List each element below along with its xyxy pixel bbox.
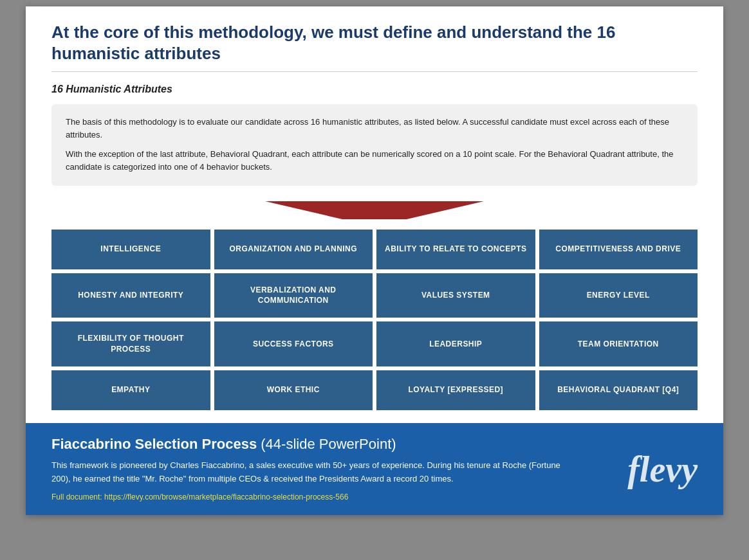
footer-bar: Fiaccabrino Selection Process (44-slide … bbox=[26, 423, 723, 516]
footer-title: Fiaccabrino Selection Process (44-slide … bbox=[51, 436, 615, 453]
attribute-cell-2: ABILITY TO RELATE TO CONCEPTS bbox=[376, 230, 535, 269]
attribute-cell-12: EMPATHY bbox=[51, 370, 210, 410]
description-paragraph-2: With the exception of the last attribute… bbox=[66, 148, 683, 174]
attribute-cell-5: VERBALIZATION AND COMMUNICATION bbox=[214, 273, 373, 318]
slide-wrapper: At the core of this methodology, we must… bbox=[26, 6, 723, 515]
attribute-cell-0: INTELLIGENCE bbox=[51, 230, 210, 269]
funnel-container bbox=[51, 200, 698, 223]
footer-title-normal: (44-slide PowerPoint) bbox=[257, 436, 396, 452]
attribute-cell-15: BEHAVIORAL QUADRANT [Q4] bbox=[539, 370, 698, 410]
attribute-cell-3: COMPETITIVENESS AND DRIVE bbox=[539, 230, 698, 269]
attribute-cell-6: VALUES SYSTEM bbox=[376, 273, 535, 318]
attributes-grid: INTELLIGENCEORGANIZATION AND PLANNINGABI… bbox=[51, 230, 698, 410]
footer-link[interactable]: Full document: https://flevy.com/browse/… bbox=[51, 492, 348, 501]
section-subtitle: 16 Humanistic Attributes bbox=[51, 84, 698, 95]
attribute-cell-11: TEAM ORIENTATION bbox=[539, 321, 698, 366]
attribute-cell-9: SUCCESS FACTORS bbox=[214, 321, 373, 366]
attribute-cell-4: HONESTY AND INTEGRITY bbox=[51, 273, 210, 318]
description-box: The basis of this methodology is to eval… bbox=[51, 104, 698, 186]
attribute-cell-1: ORGANIZATION AND PLANNING bbox=[214, 230, 373, 269]
footer-logo: flevy bbox=[627, 451, 698, 487]
attribute-cell-7: ENERGY LEVEL bbox=[539, 273, 698, 318]
attribute-cell-13: WORK ETHIC bbox=[214, 370, 373, 410]
footer-left: Fiaccabrino Selection Process (44-slide … bbox=[51, 436, 615, 503]
attribute-cell-14: LOYALTY [EXPRESSED] bbox=[376, 370, 535, 410]
footer-top: Fiaccabrino Selection Process (44-slide … bbox=[51, 436, 698, 503]
attribute-cell-8: FLEXIBILITY OF THOUGHT PROCESS bbox=[51, 321, 210, 366]
footer-title-bold: Fiaccabrino Selection Process bbox=[51, 436, 257, 452]
description-paragraph-1: The basis of this methodology is to eval… bbox=[66, 116, 683, 141]
main-content: At the core of this methodology, we must… bbox=[26, 6, 723, 423]
svg-marker-0 bbox=[265, 201, 484, 219]
funnel-icon bbox=[239, 200, 510, 223]
footer-description: This framework is pioneered by Charles F… bbox=[51, 459, 566, 486]
page-title: At the core of this methodology, we must… bbox=[51, 22, 698, 72]
attribute-cell-10: LEADERSHIP bbox=[376, 321, 535, 366]
